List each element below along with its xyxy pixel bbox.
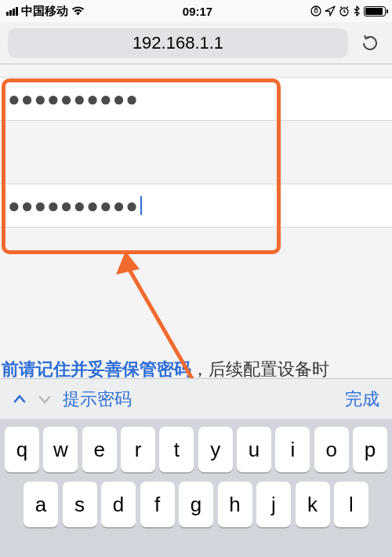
svg-rect-1 <box>314 9 318 13</box>
key-a[interactable]: a <box>24 482 58 527</box>
info-highlight: 前请记住并妥善保管密码 <box>2 359 191 378</box>
key-g[interactable]: g <box>179 482 213 527</box>
refresh-icon <box>360 33 380 53</box>
carrier-label: 中国移动 <box>21 4 68 19</box>
signal-icon <box>6 7 18 16</box>
status-bar: 中国移动 09:17 <box>0 0 392 22</box>
key-o[interactable]: o <box>314 427 349 472</box>
key-h[interactable]: h <box>218 482 252 527</box>
url-text: 192.168.1.1 <box>132 33 223 53</box>
keyboard-accessory: 提示密码 完成 <box>0 378 392 419</box>
text-cursor <box>140 196 142 215</box>
key-q[interactable]: q <box>5 427 39 472</box>
key-l[interactable]: l <box>334 482 368 527</box>
password-field-2[interactable]: ●●●●●●●●●● <box>0 184 392 228</box>
password-mask-1: ●●●●●●●●●● <box>8 89 139 109</box>
status-right <box>310 5 386 16</box>
key-e[interactable]: e <box>82 427 117 472</box>
page-content: ●●●●●●●●●● ●●●●●●●●●● 前请记住并妥善保管密码，后续配置设备… <box>0 64 392 378</box>
bluetooth-icon <box>353 5 361 16</box>
password-suggest-button[interactable]: 提示密码 <box>63 388 132 411</box>
key-j[interactable]: j <box>256 482 291 527</box>
key-f[interactable]: f <box>140 482 175 527</box>
clock-label: 09:17 <box>183 5 212 18</box>
location-icon <box>325 5 336 16</box>
done-button[interactable]: 完成 <box>345 388 379 411</box>
key-p[interactable]: p <box>353 427 387 472</box>
info-rest-1: ，后续配置设备时 <box>191 359 329 378</box>
refresh-button[interactable] <box>356 29 384 57</box>
key-r[interactable]: r <box>121 427 155 472</box>
password-mask-2: ●●●●●●●●●● <box>8 195 139 216</box>
info-text: 前请记住并妥善保管密码，后续配置设备时 只能恢复出厂设置，重新设置设备的所有参 <box>0 355 392 378</box>
url-bar: 192.168.1.1 <box>0 22 392 64</box>
status-left: 中国移动 <box>6 4 85 19</box>
key-w[interactable]: w <box>43 427 78 472</box>
url-field[interactable]: 192.168.1.1 <box>8 28 348 58</box>
key-d[interactable]: d <box>101 482 136 527</box>
prev-field-button[interactable] <box>13 392 27 406</box>
key-s[interactable]: s <box>63 482 97 527</box>
key-t[interactable]: t <box>159 427 194 472</box>
key-k[interactable]: k <box>296 482 330 527</box>
key-i[interactable]: i <box>275 427 310 472</box>
next-field-button[interactable] <box>38 392 52 406</box>
battery-icon <box>364 6 386 16</box>
keyboard: qwertyuiop asdfghjkl <box>0 419 392 557</box>
wifi-icon <box>71 6 85 16</box>
key-y[interactable]: y <box>198 427 233 472</box>
alarm-icon <box>339 5 350 16</box>
lock-rotation-icon <box>310 5 321 16</box>
key-u[interactable]: u <box>237 427 271 472</box>
password-field-1[interactable]: ●●●●●●●●●● <box>0 77 392 121</box>
